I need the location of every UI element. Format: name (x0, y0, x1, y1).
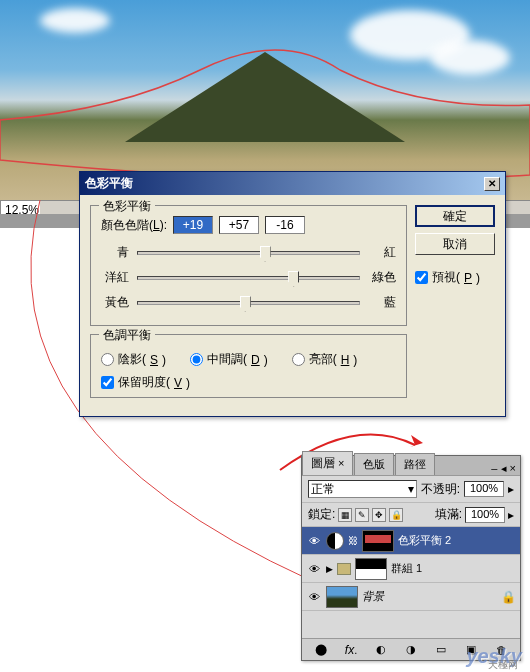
magenta-green-value[interactable]: +57 (219, 216, 259, 234)
blend-mode-select[interactable]: 正常▾ (308, 480, 417, 498)
magenta-green-slider[interactable] (137, 276, 360, 280)
cyan-red-value[interactable]: +19 (173, 216, 213, 234)
red-label: 紅 (368, 244, 396, 261)
green-label: 綠色 (368, 269, 396, 286)
lock-pixels-icon[interactable]: ✎ (355, 508, 369, 522)
layer-row-background[interactable]: 👁 背景 🔒 (302, 583, 520, 611)
photoshop-canvas[interactable] (0, 0, 530, 200)
panel-minimize-icon[interactable]: – ◂ × (487, 462, 520, 475)
lock-icon: 🔒 (501, 590, 516, 604)
folder-icon (337, 563, 351, 575)
layer-name[interactable]: 背景 (362, 589, 384, 604)
cancel-button[interactable]: 取消 (415, 233, 495, 255)
highlights-radio[interactable]: 亮部(H) (292, 351, 358, 368)
group-mask-thumb[interactable] (355, 558, 387, 580)
link-icon: ⛓ (348, 535, 358, 546)
new-group-icon[interactable]: ▭ (432, 642, 450, 658)
midtones-radio[interactable]: 中間調(D) (190, 351, 268, 368)
layer-mask-thumb[interactable] (362, 530, 394, 552)
shadows-radio[interactable]: 陰影(S) (101, 351, 166, 368)
dialog-titlebar[interactable]: 色彩平衡 ✕ (80, 172, 505, 195)
visibility-icon[interactable]: 👁 (306, 589, 322, 605)
group-title: 色調平衡 (99, 327, 155, 344)
layer-thumb[interactable] (326, 586, 358, 608)
adjustment-icon[interactable]: ◑ (402, 642, 420, 658)
color-balance-group: 色彩平衡 顏色色階(L): +19 +57 -16 青 紅 洋紅 綠色 (90, 205, 407, 326)
expand-icon[interactable]: ▶ (326, 564, 333, 574)
opacity-label: 不透明: (421, 481, 460, 498)
opacity-input[interactable]: 100% (464, 481, 504, 497)
lock-position-icon[interactable]: ✥ (372, 508, 386, 522)
yellow-blue-value[interactable]: -16 (265, 216, 305, 234)
blue-label: 藍 (368, 294, 396, 311)
color-balance-dialog: 色彩平衡 ✕ 色彩平衡 顏色色階(L): +19 +57 -16 青 紅 洋紅 (79, 171, 506, 417)
tab-channels[interactable]: 色版 (354, 453, 394, 475)
cloud-shape (430, 40, 510, 75)
fill-flyout-icon[interactable]: ▸ (508, 508, 514, 522)
tab-paths[interactable]: 路徑 (395, 453, 435, 475)
cloud-shape (40, 8, 110, 33)
layer-mask-icon[interactable]: ◐ (372, 642, 390, 658)
visibility-icon[interactable]: 👁 (306, 533, 322, 549)
dialog-title: 色彩平衡 (85, 175, 133, 192)
opacity-flyout-icon[interactable]: ▸ (508, 482, 514, 496)
visibility-icon[interactable]: 👁 (306, 561, 322, 577)
magenta-label: 洋紅 (101, 269, 129, 286)
layers-panel: 圖層 × 色版 路徑 – ◂ × 正常▾ 不透明: 100% ▸ 鎖定: ▦ ✎… (301, 455, 521, 661)
layer-row-group[interactable]: 👁 ▶ 群組 1 (302, 555, 520, 583)
mountain-shape (125, 52, 405, 142)
group-title: 色彩平衡 (99, 198, 155, 215)
watermark-subtitle: 天極网 (488, 658, 518, 672)
cyan-label: 青 (101, 244, 129, 261)
layer-name[interactable]: 色彩平衡 2 (398, 533, 451, 548)
ok-button[interactable]: 確定 (415, 205, 495, 227)
levels-label: 顏色色階(L): (101, 217, 167, 234)
preserve-luminosity-checkbox[interactable]: 保留明度(V) (101, 374, 396, 391)
preview-checkbox[interactable]: 預視(P) (415, 269, 495, 286)
link-layers-icon[interactable]: ⬤ (312, 642, 330, 658)
tone-balance-group: 色調平衡 陰影(S) 中間調(D) 亮部(H) 保留明度(V) (90, 334, 407, 398)
cyan-red-slider[interactable] (137, 251, 360, 255)
yellow-label: 黃色 (101, 294, 129, 311)
close-button[interactable]: ✕ (484, 177, 500, 191)
fill-input[interactable]: 100% (465, 507, 505, 523)
lock-transparency-icon[interactable]: ▦ (338, 508, 352, 522)
layer-row-adjustment[interactable]: 👁 ⛓ 色彩平衡 2 (302, 527, 520, 555)
tab-layers[interactable]: 圖層 × (302, 451, 353, 475)
lock-label: 鎖定: (308, 506, 335, 523)
yellow-blue-slider[interactable] (137, 301, 360, 305)
adjustment-layer-icon (326, 532, 344, 550)
layer-style-icon[interactable]: fx. (342, 642, 360, 658)
fill-label: 填滿: (435, 506, 462, 523)
lock-all-icon[interactable]: 🔒 (389, 508, 403, 522)
layer-name[interactable]: 群組 1 (391, 561, 422, 576)
